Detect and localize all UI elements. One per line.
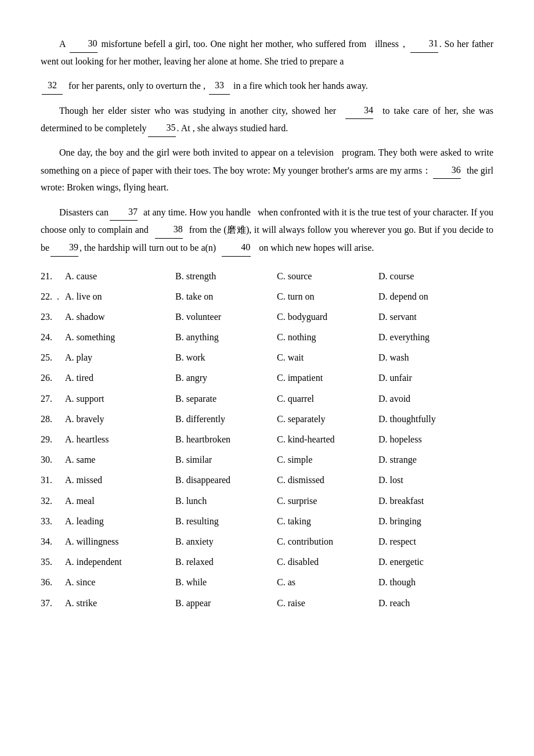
option-28-d: D. thoughtfully [378,411,471,427]
option-22-b: B. take on [175,289,277,304]
blank-31: 31 [410,35,438,53]
paragraph-3: Though her elder sister who was studying… [41,102,493,137]
option-row-37: 37. A. strike B. appear C. raise D. reac… [41,595,493,611]
option-number-34: 34. [41,534,65,549]
option-row-32: 32. A. meal B. lunch C. surprise D. brea… [41,493,493,509]
option-29-d: D. hopeless [378,431,471,447]
option-row-23: 23. A. shadow B. volunteer C. bodyguard … [41,309,493,325]
option-row-35: 35. A. independent B. relaxed C. disable… [41,554,493,570]
option-33-b: B. resulting [175,513,277,529]
paragraph-2: 32 for her parents, only to overturn the… [41,77,493,95]
option-36-b: B. while [175,574,277,590]
option-number-33: 33. [41,513,65,529]
option-37-d: D. reach [378,595,471,611]
option-25-a: A. play [65,350,175,365]
option-29-c: C. kind-hearted [277,431,378,447]
paragraph-1: A 30 misfortune befell a girl, too. One … [41,35,493,70]
option-21-d: D. course [378,268,471,284]
option-30-d: D. strange [378,452,471,467]
option-37-b: B. appear [175,595,277,611]
option-35-c: C. disabled [277,554,378,570]
option-number-26: 26. [41,370,65,386]
option-26-b: B. angry [175,370,277,386]
option-row-36: 36. A. since B. while C. as D. though [41,574,493,590]
option-34-d: D. respect [378,534,471,549]
option-22-d: D. depend on [378,289,471,304]
option-24-d: D. everything [378,329,471,345]
option-26-a: A. tired [65,370,175,386]
option-row-27: 27. A. support B. separate C. quarrel D.… [41,391,493,406]
option-row-30: 30. A. same B. similar C. simple D. stra… [41,452,493,467]
options-section: 21. A. cause B. strength C. source D. co… [41,268,493,611]
option-31-d: D. lost [378,472,471,488]
option-26-d: D. unfair [378,370,471,386]
option-34-b: B. anxiety [175,534,277,549]
option-33-d: D. bringing [378,513,471,529]
option-23-c: C. bodyguard [277,309,378,325]
option-23-d: D. servant [378,309,471,325]
paragraph-4: One day, the boy and the girl were both … [41,144,493,196]
option-23-b: B. volunteer [175,309,277,325]
option-35-a: A. independent [65,554,175,570]
option-29-a: A. heartless [65,431,175,447]
option-21-c: C. source [277,268,378,284]
option-37-c: C. raise [277,595,378,611]
blank-38: 38 [155,221,183,239]
option-27-c: C. quarrel [277,391,378,406]
option-22-c: C. turn on [277,289,378,304]
blank-32: 32 [42,77,63,95]
option-33-a: A. leading [65,513,175,529]
option-29-b: B. heartbroken [175,431,277,447]
option-24-a: A. something [65,329,175,345]
option-number-32: 32. [41,493,65,509]
option-35-d: D. energetic [378,554,471,570]
option-row-24: 24. A. something B. anything C. nothing … [41,329,493,345]
option-row-28: 28. A. bravely B. differently C. separat… [41,411,493,427]
option-number-36: 36. [41,574,65,590]
option-25-d: D. wash [378,350,471,365]
option-30-a: A. same [65,452,175,467]
option-27-a: A. support [65,391,175,406]
option-27-d: D. avoid [378,391,471,406]
option-21-b: B. strength [175,268,277,284]
blank-37: 37 [110,203,138,221]
option-number-30: 30. [41,452,65,467]
blank-30: 30 [70,35,98,53]
paragraph-5: Disasters can37 at any time. How you han… [41,203,493,257]
option-number-25: 25. [41,350,65,365]
option-row-22: 22. . A. live on B. take on C. turn on D… [41,289,493,304]
option-32-b: B. lunch [175,493,277,509]
option-32-c: C. surprise [277,493,378,509]
option-number-24: 24. [41,329,65,345]
option-row-29: 29. A. heartless B. heartbroken C. kind-… [41,431,493,447]
option-number-22: 22. . [41,289,65,304]
option-number-28: 28. [41,411,65,427]
option-number-37: 37. [41,595,65,611]
option-row-26: 26. A. tired B. angry C. impatient D. un… [41,370,493,386]
option-22-a: A. live on [65,289,175,304]
option-32-a: A. meal [65,493,175,509]
option-number-23: 23. [41,309,65,325]
option-row-25: 25. A. play B. work C. wait D. wash [41,350,493,365]
option-27-b: B. separate [175,391,277,406]
option-24-c: C. nothing [277,329,378,345]
passage: A 30 misfortune befell a girl, too. One … [41,35,493,257]
option-35-b: B. relaxed [175,554,277,570]
option-28-c: C. separately [277,411,378,427]
option-row-21: 21. A. cause B. strength C. source D. co… [41,268,493,284]
option-36-c: C. as [277,574,378,590]
option-row-33: 33. A. leading B. resulting C. taking D.… [41,513,493,529]
option-number-31: 31. [41,472,65,488]
option-28-a: A. bravely [65,411,175,427]
option-37-a: A. strike [65,595,175,611]
blank-33: 33 [209,77,230,95]
option-number-27: 27. [41,391,65,406]
option-33-c: C. taking [277,513,378,529]
option-number-21: 21. [41,268,65,284]
option-number-35: 35. [41,554,65,570]
blank-34: 34 [345,102,373,120]
option-28-b: B. differently [175,411,277,427]
option-26-c: C. impatient [277,370,378,386]
option-number-29: 29. [41,431,65,447]
option-row-31: 31. A. missed B. disappeared C. dismisse… [41,472,493,488]
